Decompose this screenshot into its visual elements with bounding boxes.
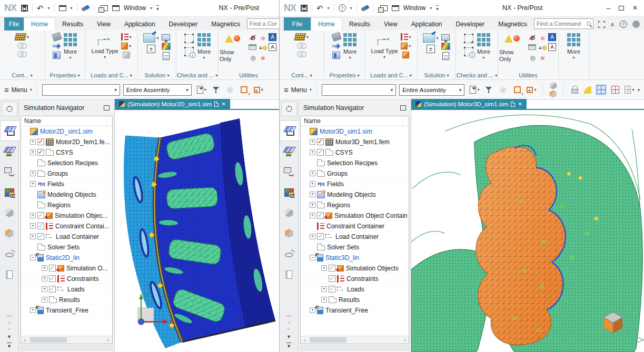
tree-row[interactable]: Constraint Container [301, 221, 409, 232]
more-button[interactable]: More▾ [343, 48, 356, 60]
tab-view[interactable]: View [90, 17, 117, 31]
undo-icon[interactable]: ↶ [37, 4, 44, 12]
toolbar-overflow-caret[interactable]: ▾ [637, 87, 640, 93]
window-menu-caret[interactable]: ▾ [150, 6, 152, 11]
tree-row[interactable]: Motor3D_fem1.fem [301, 137, 409, 147]
group-label-context[interactable]: Cont...▾ [281, 71, 323, 79]
find-command-input[interactable] [250, 21, 277, 27]
tree-row[interactable]: Static3D_lin [301, 253, 409, 263]
show-only-button[interactable]: Show Only [499, 49, 526, 62]
node-info-icon[interactable] [464, 47, 473, 56]
scroll-thumb[interactable] [310, 337, 346, 343]
grid-display-icon[interactable] [625, 86, 631, 94]
cascade-windows-icon[interactable] [380, 5, 388, 11]
more-button[interactable]: More▾ [477, 48, 490, 60]
touch-mode-icon[interactable] [81, 4, 90, 11]
sidebar-more-icon[interactable]: ▼ [7, 333, 12, 341]
expander-icon[interactable] [310, 139, 315, 145]
load-type-button[interactable]: Load Type▾ [371, 48, 398, 59]
sidebar-item-assembly-navigator[interactable] [280, 203, 298, 223]
sidebar-item-post-processing[interactable] [1, 141, 18, 162]
tree-row[interactable]: Fields [21, 179, 112, 189]
minimize-icon[interactable]: – [607, 5, 610, 12]
tree-row[interactable]: Load Container [301, 232, 409, 242]
scroll-track[interactable] [29, 336, 104, 344]
close-icon[interactable]: ✕ [632, 5, 638, 11]
group-label-utilities[interactable]: Utilities [220, 71, 278, 79]
node-checkbox[interactable] [49, 265, 56, 271]
filter-reset-icon[interactable] [484, 85, 493, 95]
expander-icon[interactable] [310, 192, 315, 197]
tree-row[interactable]: Simulation Objec... [21, 210, 112, 221]
expander-icon[interactable] [30, 139, 36, 145]
tree-row[interactable]: Groups [21, 168, 112, 179]
expander-icon[interactable] [30, 223, 36, 229]
more-grid-icon[interactable] [567, 33, 580, 46]
tree-row[interactable]: Static2D_lin [21, 253, 112, 263]
text-icon[interactable]: A [548, 43, 556, 51]
panel-resize-strip[interactable] [300, 346, 409, 350]
expander-icon[interactable] [310, 202, 315, 208]
tab-developer[interactable]: Developer [449, 17, 492, 31]
window-style-caret[interactable]: ▾ [71, 6, 73, 11]
tab-home[interactable]: Home [24, 17, 55, 31]
save-icon[interactable] [21, 5, 28, 12]
mesh-caret[interactable]: ▾ [27, 35, 29, 39]
undock-icon[interactable] [104, 105, 110, 110]
more-button[interactable]: More▾ [64, 48, 77, 60]
more-grid-icon[interactable] [343, 33, 356, 46]
analysis-monitor-icon[interactable] [441, 34, 450, 41]
viewport-canvas-2d[interactable]: Y X [115, 110, 279, 352]
rectangle-select-icon[interactable] [254, 87, 260, 93]
expander-icon[interactable] [30, 181, 36, 187]
node-checkbox[interactable] [37, 138, 44, 145]
selection-filter-icon[interactable] [470, 86, 476, 94]
scroll-track[interactable] [309, 336, 401, 344]
physical-props-icon[interactable] [53, 52, 61, 59]
selection-filter-icon[interactable] [197, 86, 203, 94]
assign-material-icon[interactable] [53, 43, 61, 49]
assign-material-icon[interactable] [332, 43, 340, 49]
tab-results[interactable]: Results [55, 17, 90, 31]
lock-layout-icon[interactable] [571, 89, 578, 94]
window-menu[interactable]: Window [403, 4, 426, 12]
tree-row[interactable]: Simulation O... [21, 263, 112, 274]
constraint-type-icon[interactable] [121, 33, 128, 41]
expander-icon[interactable] [321, 265, 327, 271]
group-label-loads[interactable]: Loads and C...▾ [86, 71, 136, 79]
detach-view-icon[interactable] [214, 102, 219, 107]
tree-row[interactable]: Regions [21, 200, 112, 210]
load-type-icon[interactable] [97, 33, 112, 46]
load-type-button[interactable]: Load Type▾ [91, 48, 118, 59]
find-command-input[interactable] [537, 21, 585, 27]
undock-icon[interactable] [400, 105, 406, 110]
help-caret[interactable]: ▾ [350, 6, 352, 11]
sidebar-overflow-icon[interactable]: ▼ [286, 343, 291, 350]
group-label-properties[interactable]: Properties▾ [46, 71, 84, 79]
node-checkbox[interactable] [329, 275, 335, 282]
report-icon[interactable] [163, 52, 170, 60]
show-only-icon[interactable] [504, 33, 520, 47]
folder-new-icon[interactable] [402, 52, 409, 58]
expander-icon[interactable] [310, 149, 315, 155]
sidebar-item-xy-function[interactable] [1, 162, 18, 182]
cascade-windows-icon[interactable] [101, 5, 108, 11]
minimize-ribbon-icon[interactable]: ∧ [610, 22, 615, 27]
expander-icon[interactable] [310, 234, 315, 239]
tree-row[interactable]: Constraints [301, 274, 409, 284]
tab-developer[interactable]: Developer [162, 17, 205, 31]
viewport-tab[interactable]: (Simulation) Motor2D_sim1.sim ✕ [115, 99, 230, 109]
more-button[interactable]: More▾ [567, 48, 580, 60]
more-grid-icon[interactable] [64, 33, 77, 46]
csys-triad-icon[interactable]: ∗ [538, 53, 547, 62]
node-checkbox[interactable] [329, 286, 335, 293]
annotation-box-icon[interactable]: A [269, 33, 276, 41]
tree-row[interactable]: CSYS [21, 147, 112, 158]
command-finder[interactable] [247, 18, 279, 29]
percent-circle-icon[interactable]: ◎ [528, 53, 537, 62]
render-style-icon[interactable] [584, 86, 591, 94]
node-checkbox[interactable] [37, 223, 44, 229]
expander-icon[interactable] [310, 307, 315, 313]
tree-row[interactable]: Motor3D_sim1.sim [301, 126, 409, 137]
window-display-icon[interactable] [249, 44, 256, 50]
